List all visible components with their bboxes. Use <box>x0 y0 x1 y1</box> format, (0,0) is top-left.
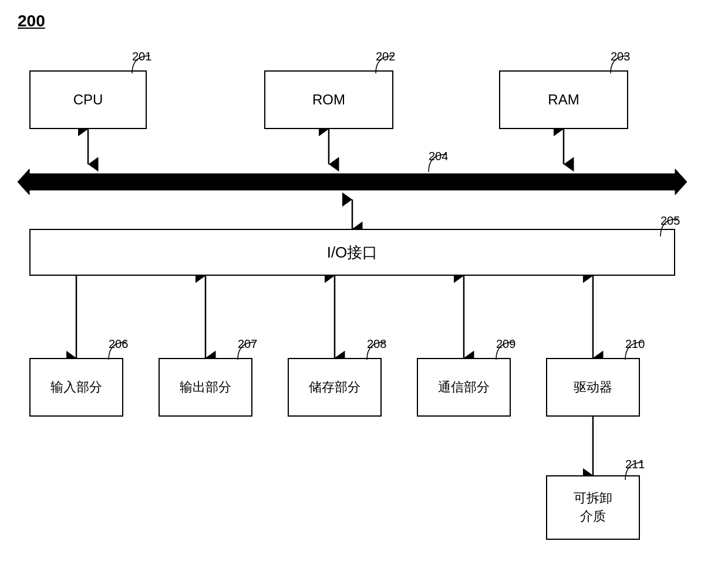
removable-label: 可拆卸 介质 <box>574 489 612 526</box>
bus-ref: 204 <box>429 150 448 163</box>
output-ref: 207 <box>238 337 257 351</box>
io-label: I/O接口 <box>327 242 378 263</box>
output-box: 输出部分 <box>159 358 252 417</box>
removable-box: 可拆卸 介质 <box>546 475 640 540</box>
rom-box: ROM <box>264 70 393 129</box>
removable-ref: 211 <box>625 458 645 471</box>
rom-ref: 202 <box>376 50 395 63</box>
comm-label: 通信部分 <box>438 378 490 397</box>
comm-ref: 209 <box>496 337 515 351</box>
ram-label: RAM <box>548 92 579 108</box>
io-box: I/O接口 <box>29 229 675 276</box>
comm-box: 通信部分 <box>417 358 511 417</box>
input-ref: 206 <box>109 337 128 351</box>
diagram-title: 200 <box>18 12 45 31</box>
io-ref: 205 <box>660 214 680 228</box>
storage-label: 储存部分 <box>309 378 360 397</box>
driver-label: 驱动器 <box>574 378 612 397</box>
ram-ref: 203 <box>611 50 630 63</box>
diagram-container: 200 <box>18 12 710 575</box>
input-label: 输入部分 <box>50 378 102 397</box>
input-box: 输入部分 <box>29 358 123 417</box>
driver-box: 驱动器 <box>546 358 640 417</box>
rom-label: ROM <box>312 92 345 108</box>
cpu-box: CPU <box>29 70 147 129</box>
cpu-ref: 201 <box>132 50 151 63</box>
driver-ref: 210 <box>625 337 645 351</box>
output-label: 输出部分 <box>180 378 231 397</box>
cpu-label: CPU <box>73 92 103 108</box>
svg-marker-7 <box>18 169 687 195</box>
storage-box: 储存部分 <box>288 358 382 417</box>
storage-ref: 208 <box>367 337 386 351</box>
ram-box: RAM <box>499 70 628 129</box>
